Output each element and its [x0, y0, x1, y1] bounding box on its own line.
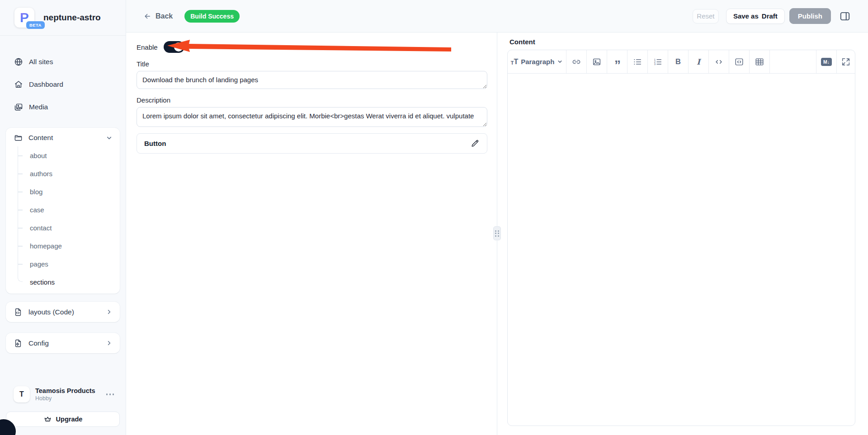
chevron-right-icon [106, 309, 113, 315]
arrow-left-icon [143, 12, 151, 20]
sidebar-item-media[interactable]: Media [0, 96, 126, 118]
publish-button[interactable]: Publish [789, 8, 831, 24]
workspace-meta: Teamosis Products Hobby [35, 387, 95, 402]
table-icon [755, 57, 764, 67]
link-button[interactable] [566, 50, 587, 73]
bold-button[interactable]: B [668, 50, 689, 73]
ordered-list-button[interactable]: 123 [648, 50, 668, 73]
italic-button[interactable]: I [689, 50, 709, 73]
workspace-menu-button[interactable] [105, 391, 115, 398]
section-form: Enable Title Download the brunch of land… [137, 33, 487, 154]
text-style-icon: TT [511, 58, 519, 65]
markdown-button[interactable]: M↓ [816, 50, 837, 73]
chevron-down-icon [106, 135, 113, 141]
reset-button[interactable]: Reset [693, 9, 719, 23]
file-code-icon [14, 308, 23, 317]
markdown-icon: M↓ [821, 58, 832, 66]
editor-heading: Content [509, 38, 535, 46]
site-logo: P BETA [14, 8, 34, 28]
workspace-row[interactable]: T Teamosis Products Hobby [0, 386, 126, 402]
sidebar-item-case[interactable]: case [6, 201, 120, 219]
bullet-list-button[interactable] [627, 50, 648, 73]
topbar: Back Build Success Reset Save as Draft P… [126, 0, 868, 33]
description-input[interactable]: Lorem ipsum dolor sit amet, consectetur … [137, 107, 487, 127]
sidebar-item-about[interactable]: about [6, 146, 120, 164]
sidebar-item-blog[interactable]: blog [6, 182, 120, 201]
sidebar-item-label: Media [29, 103, 48, 111]
upgrade-button[interactable]: Upgrade [6, 412, 120, 427]
home-icon [14, 80, 23, 89]
sidebar-group-content[interactable]: Content [6, 129, 120, 146]
sidebar-group-layouts[interactable]: layouts (Code) [6, 302, 120, 322]
annotation-arrow [163, 39, 452, 55]
sidebar: P BETA neptune-astro All sites Dashboard… [0, 0, 126, 435]
ordered-list-icon: 123 [653, 57, 663, 67]
sidebar-footer: T Teamosis Products Hobby Upgrade [0, 386, 126, 427]
blockquote-button[interactable]: ” [607, 50, 627, 73]
toolbar-spacer [770, 50, 816, 73]
button-block-row[interactable]: Button [137, 133, 487, 154]
workspace-avatar: T [14, 386, 30, 402]
workspace-plan-badge: Hobby [35, 395, 95, 402]
split-panel-icon[interactable] [839, 10, 851, 22]
workspace-name: Teamosis Products [35, 387, 95, 394]
editor-toolbar: TT Paragraph ” 123 [508, 50, 855, 74]
toggle-knob [174, 42, 183, 51]
back-label: Back [156, 12, 173, 20]
link-icon [571, 57, 581, 67]
save-as-draft-button[interactable]: Save as Draft [726, 9, 785, 24]
code-block-button[interactable] [729, 50, 750, 73]
image-icon [592, 57, 602, 67]
panel-resize-handle[interactable] [493, 226, 501, 240]
sidebar-item-all-sites[interactable]: All sites [0, 51, 126, 73]
button-block-label: Button [144, 140, 166, 147]
sidebar-item-label: All sites [29, 58, 53, 66]
sidebar-item-sections[interactable]: sections [6, 273, 120, 291]
table-button[interactable] [750, 50, 770, 73]
sidebar-item-dashboard[interactable]: Dashboard [0, 73, 126, 96]
group-label: layouts (Code) [28, 308, 74, 316]
pencil-icon[interactable] [470, 139, 480, 148]
enable-row: Enable [137, 41, 487, 53]
grip-dots-icon [495, 230, 499, 237]
image-button[interactable] [587, 50, 607, 73]
code-block-icon [734, 57, 744, 67]
fullscreen-button[interactable] [837, 50, 855, 73]
media-icon [14, 103, 23, 112]
sidebar-item-pages[interactable]: pages [6, 255, 120, 273]
block-type-dropdown[interactable]: TT Paragraph [508, 50, 566, 73]
beta-badge: BETA [26, 21, 45, 29]
crown-icon [43, 415, 52, 424]
sidebar-nav: All sites Dashboard Media [0, 36, 126, 118]
sidebar-header: P BETA neptune-astro [0, 0, 126, 36]
block-type-label: Paragraph [521, 58, 554, 65]
italic-icon: I [697, 57, 700, 66]
description-label: Description [137, 96, 170, 104]
chevron-right-icon [106, 340, 113, 346]
save-label: Save as [733, 12, 759, 20]
main-area: Enable Title Download the brunch of land… [126, 33, 868, 435]
enable-label: Enable [137, 43, 158, 51]
sidebar-group-config[interactable]: Config [6, 333, 120, 353]
code-icon [714, 57, 724, 67]
upgrade-label: Upgrade [56, 416, 83, 423]
svg-text:3: 3 [654, 63, 656, 65]
fullscreen-icon [841, 57, 851, 67]
globe-icon [14, 57, 23, 66]
inline-code-button[interactable] [709, 50, 729, 73]
bullet-list-icon [632, 57, 642, 67]
title-input[interactable]: Download the brunch of landing pages [137, 71, 487, 89]
rich-text-editor: TT Paragraph ” 123 [507, 50, 855, 426]
back-button[interactable]: Back [143, 12, 173, 20]
topbar-actions: Reset Save as Draft Publish [693, 8, 851, 24]
folder-icon [14, 134, 23, 142]
sidebar-item-homepage[interactable]: homepage [6, 237, 120, 255]
site-name: neptune-astro [43, 13, 101, 23]
enable-toggle[interactable] [164, 41, 184, 53]
sidebar-item-authors[interactable]: authors [6, 164, 120, 182]
group-label: Config [28, 339, 49, 347]
save-state-label: Draft [762, 12, 778, 20]
build-status-badge: Build Success [184, 10, 240, 23]
sidebar-item-contact[interactable]: contact [6, 219, 120, 237]
section-editor: Content TT Paragraph ” [507, 33, 868, 435]
